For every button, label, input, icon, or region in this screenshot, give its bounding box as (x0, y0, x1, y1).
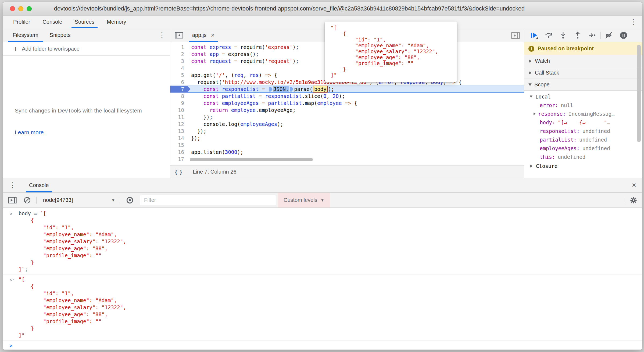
token (191, 100, 203, 106)
code-line[interactable]: 15 (170, 142, 524, 149)
scope-variable-row[interactable]: this:undefined (524, 153, 642, 161)
tab-label: Profiler (13, 19, 30, 25)
line-number[interactable]: 4 (170, 65, 187, 72)
sidebar-scrollbar-thumb[interactable] (637, 45, 641, 142)
line-number[interactable]: 13 (170, 128, 187, 135)
code-line[interactable]: 14}); (170, 135, 524, 142)
console-line: } (19, 325, 642, 332)
minimize-window-button[interactable] (18, 6, 23, 11)
line-number[interactable]: 10 (170, 107, 187, 114)
resume-script-icon[interactable] (527, 31, 541, 39)
drawer-menu-kebab-icon[interactable]: ⋮ (9, 182, 16, 189)
code-line[interactable]: 9 const employeeAges = partialList.map(e… (170, 100, 524, 107)
scope-local-row[interactable]: Local (524, 92, 642, 101)
token: = (262, 86, 265, 92)
line-number[interactable]: 8 (170, 93, 187, 100)
popover-line: } (331, 66, 451, 72)
console-line: "employee_name": "Adam", (19, 297, 642, 304)
console-settings-gear-icon[interactable] (630, 196, 637, 204)
token: "id": "1", (19, 290, 74, 296)
line-number[interactable]: 2 (170, 51, 187, 58)
line-number[interactable]: 7 (170, 86, 187, 93)
line-number[interactable]: 9 (170, 100, 187, 107)
scope-local-label: Local (535, 94, 551, 100)
close-drawer-icon[interactable]: × (632, 181, 636, 189)
code-line[interactable]: 11 }); (170, 114, 524, 121)
token: 'request' (265, 58, 293, 64)
line-number[interactable]: 15 (170, 142, 187, 149)
tab-memory[interactable]: Memory (105, 16, 128, 28)
watch-section-header[interactable]: Watch (524, 55, 642, 67)
add-folder-to-workspace[interactable]: + Add folder to workspace (3, 42, 170, 56)
console-filter-input[interactable] (140, 195, 276, 205)
scope-section-header[interactable]: Scope (524, 79, 642, 91)
navigator-tab-filesystem[interactable]: Filesystem (11, 28, 40, 42)
token (342, 100, 345, 106)
execution-context-dropdown[interactable]: node[94733] ▼ (43, 197, 115, 203)
code-line[interactable]: 10 return employee.employeeAge; (170, 107, 524, 114)
console-result: <· "[ { "id": "1", "employee_name": "Ada… (3, 275, 642, 341)
hide-navigator-icon[interactable] (174, 31, 184, 39)
step-icon[interactable] (585, 31, 599, 39)
code-line[interactable]: 8 const partialList = responseList.slice… (170, 93, 524, 100)
live-expression-eye-icon[interactable] (126, 196, 134, 204)
navigator-pane: FilesystemSnippets ⋮ + Add folder to wor… (3, 28, 170, 178)
line-number[interactable]: 14 (170, 135, 187, 142)
token: "employee_name": "Adam", (19, 231, 117, 237)
variable-name: partialList: (540, 137, 577, 143)
show-debugger-sidebar-icon[interactable] (511, 31, 520, 40)
scope-variable-row[interactable]: body:"[↵ {↵ "… (524, 118, 642, 127)
step-over-icon[interactable] (541, 31, 556, 39)
scope-variable-row[interactable]: partialList:undefined (524, 135, 642, 144)
line-number[interactable]: 17 (170, 156, 187, 163)
deactivate-breakpoints-icon[interactable] (602, 31, 616, 39)
clear-console-icon[interactable] (23, 196, 31, 204)
step-out-icon[interactable] (570, 31, 585, 39)
console-messages[interactable]: > body = `[ { "id": "1", "employee_name"… (3, 208, 642, 350)
token (206, 58, 209, 64)
console-line: "employee_salary": "12322", (19, 238, 642, 245)
navigator-tab-snippets[interactable]: Snippets (48, 28, 72, 42)
scope-closure-row[interactable]: Closure (524, 161, 642, 171)
horizontal-scrollbar-thumb[interactable] (190, 158, 313, 161)
console-drawer-tab[interactable]: Console (27, 178, 50, 192)
console-line: "profile_image": "" (19, 318, 642, 325)
code-line[interactable]: 7 const responseList = JSON.parse(body); (170, 86, 524, 93)
line-number[interactable]: 3 (170, 58, 187, 65)
line-number[interactable]: 16 (170, 149, 187, 156)
tab-profiler[interactable]: Profiler (11, 16, 32, 28)
token: employee (231, 107, 256, 113)
scope-variable-row[interactable]: error:null (524, 101, 642, 110)
debugger-toolbar (524, 28, 642, 42)
line-number[interactable]: 1 (170, 44, 187, 51)
tab-console[interactable]: Console (40, 16, 64, 28)
pretty-print-icon[interactable]: { } (175, 169, 183, 175)
devtools-window: devtools://devtools/bundled/js_app.html?… (3, 2, 642, 350)
close-file-icon[interactable]: × (211, 31, 214, 39)
pause-on-exceptions-icon[interactable] (616, 31, 631, 39)
scope-variable-row[interactable]: employeeAges:undefined (524, 144, 642, 153)
scope-variable-row[interactable]: responseList:undefined (524, 127, 642, 135)
line-number[interactable]: 5 (170, 72, 187, 79)
custom-levels-dropdown[interactable]: Custom levels ▼ (278, 193, 330, 207)
zoom-window-button[interactable] (27, 6, 32, 11)
filesystem-sync-message: Sync changes in DevTools with the local … (3, 56, 170, 115)
line-number[interactable]: 12 (170, 121, 187, 128)
call-stack-section-header[interactable]: Call Stack (524, 67, 642, 79)
console-prompt[interactable]: > (3, 341, 642, 350)
learn-more-link[interactable]: Learn more (15, 129, 170, 136)
console-sidebar-toggle-icon[interactable] (8, 196, 17, 204)
code-line[interactable]: 13 }); (170, 128, 524, 135)
tab-sources[interactable]: Sources (73, 16, 96, 28)
token: { (19, 283, 34, 289)
code-line[interactable]: 12 console.log(employeeAges); (170, 121, 524, 128)
navigator-menu-kebab-icon[interactable]: ⋮ (158, 31, 166, 39)
file-tab-appjs[interactable]: app.js × (191, 28, 216, 42)
step-into-icon[interactable] (556, 31, 570, 39)
line-number[interactable]: 11 (170, 114, 187, 121)
code-line[interactable]: 16app.listen(3000); (170, 149, 524, 156)
main-menu-kebab-icon[interactable]: ⋮ (630, 18, 637, 26)
scope-variable-row[interactable]: response:IncomingMessag… (524, 110, 642, 118)
close-window-button[interactable] (10, 6, 15, 11)
line-number[interactable]: 6 (170, 79, 187, 86)
